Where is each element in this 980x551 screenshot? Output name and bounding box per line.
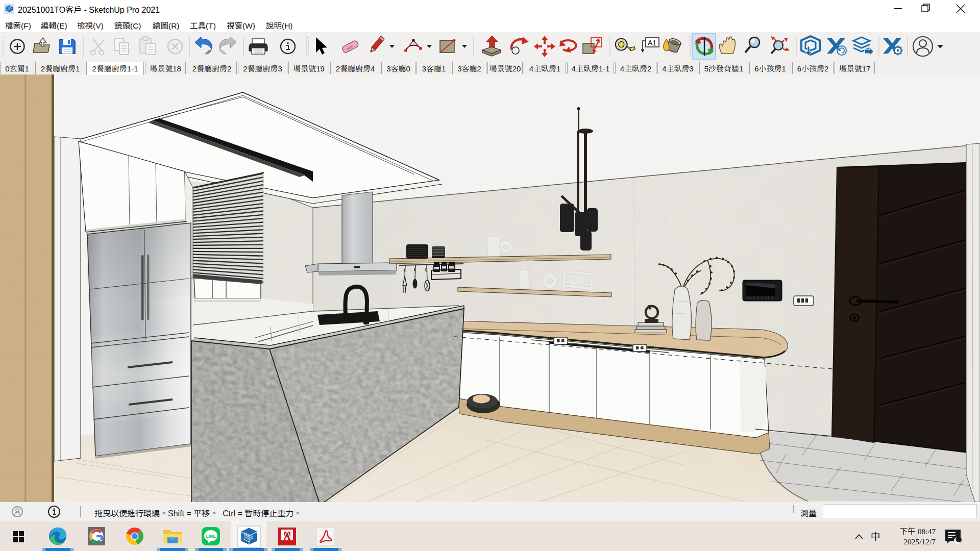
svg-text:中: 中 [871,529,880,542]
svg-text:LINE: LINE [206,534,216,539]
svg-text:2025/12/7: 2025/12/7 [903,535,936,546]
svg-text:下午 08:47: 下午 08:47 [900,525,936,536]
svg-text:A1: A1 [648,39,656,47]
